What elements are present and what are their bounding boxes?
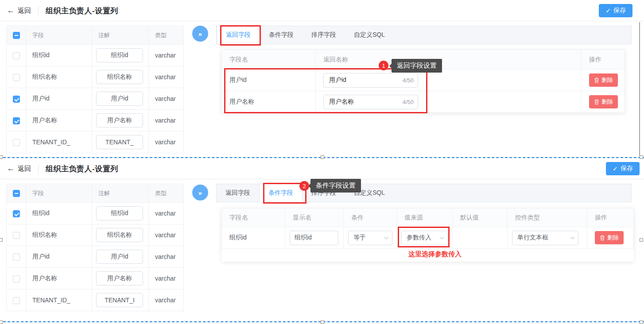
comment-input[interactable] — [96, 113, 143, 127]
comment-input[interactable] — [96, 228, 143, 242]
row-checkbox[interactable] — [13, 232, 20, 239]
marquee-handle[interactable] — [0, 155, 3, 159]
comment-input[interactable] — [96, 206, 143, 220]
col-header-value-source: 值来源 — [397, 208, 453, 227]
row-checkbox[interactable] — [13, 275, 20, 282]
delete-button[interactable]: 删除 — [589, 95, 618, 108]
tab-return-fields[interactable]: 返回字段 — [217, 184, 259, 202]
scrollbar[interactable] — [639, 22, 640, 156]
row-checkbox[interactable] — [13, 254, 20, 261]
chevron-down-icon — [570, 235, 575, 239]
field-type: varchar — [149, 45, 184, 66]
comment-input[interactable] — [96, 70, 143, 84]
callout-badge-1: 1 — [379, 61, 388, 70]
chevron-down-icon — [440, 235, 444, 239]
select-all-checkbox[interactable] — [13, 32, 20, 39]
tab-custom-sql[interactable]: 自定义SQL — [345, 26, 394, 44]
marquee-handle[interactable] — [0, 320, 3, 324]
tab-condition-fields[interactable]: 条件字段 — [260, 26, 303, 44]
row-checkbox[interactable] — [13, 117, 20, 124]
tooltip-condition-fields: 条件字段设置 — [310, 179, 361, 193]
col-header-action: 操作 — [582, 50, 625, 69]
marquee-handle[interactable] — [640, 155, 643, 159]
check-icon: ✓ — [605, 7, 611, 14]
col-header-control-type: 控件类型 — [508, 208, 587, 227]
col-header-comment: 注解 — [92, 26, 149, 45]
control-type-select[interactable]: 单行文本框 — [512, 231, 578, 245]
col-header-field-name: 字段名 — [222, 50, 316, 69]
marquee-handle[interactable] — [640, 238, 643, 242]
tab-sort-fields[interactable]: 排序字段 — [303, 26, 345, 44]
field-name: 组织名称 — [26, 66, 92, 88]
annotation-note: 这里选择参数传入 — [408, 250, 634, 258]
value-source-select[interactable]: 参数传入 — [401, 231, 448, 245]
back-button[interactable]: ← 返回 — [7, 0, 31, 21]
field-name: 组织id — [26, 45, 92, 66]
table-row: 组织id 等于 参数传入 单行文本框 — [222, 227, 634, 249]
delete-label: 删除 — [601, 76, 613, 84]
save-button[interactable]: ✓ 保存 — [606, 162, 640, 175]
table-row: 用户名称 4/50 删除 — [222, 91, 625, 113]
row-checkbox[interactable] — [13, 297, 20, 304]
comment-input[interactable] — [96, 250, 143, 264]
field-name: TENANT_ID_ — [26, 289, 92, 311]
field-name: 组织id — [26, 203, 92, 224]
delete-button[interactable]: 删除 — [589, 73, 618, 87]
trash-icon — [594, 99, 599, 105]
fields-table-card: 字段 注解 类型 组织id varchar 组织名称 varchar 用户id — [6, 184, 184, 311]
select-all-checkbox[interactable] — [13, 190, 20, 197]
comment-input[interactable] — [96, 293, 143, 307]
double-chevron-right-icon: » — [198, 189, 202, 197]
default-value-cell — [453, 227, 508, 249]
table-row: 用户id varchar — [7, 246, 184, 268]
tooltip-return-fields: 返回字段设置 — [392, 59, 442, 73]
tooltip-label: 返回字段设置 — [397, 62, 437, 70]
col-header-default: 默认值 — [453, 208, 508, 227]
back-label: 返回 — [18, 7, 31, 15]
tab-bar: 返回字段 条件字段 排序字段 自定义SQL — [216, 26, 632, 44]
col-header-comment: 注解 — [92, 184, 149, 203]
comment-input[interactable] — [96, 271, 143, 285]
save-button[interactable]: ✓ 保存 — [599, 4, 632, 17]
comment-input[interactable] — [96, 48, 143, 62]
expand-panel-button[interactable]: » — [192, 185, 208, 201]
col-header-condition: 条件 — [344, 208, 397, 227]
condition-select[interactable]: 等于 — [348, 231, 392, 245]
field-type: varchar — [149, 110, 184, 131]
marquee-handle[interactable] — [321, 320, 324, 324]
comment-input[interactable] — [96, 135, 143, 149]
expand-panel-button[interactable]: » — [192, 26, 208, 42]
page-header: ← 返回 组织主负责人-设置列 ✓ 保存 — [0, 0, 644, 21]
table-row: 用户id varchar — [7, 88, 184, 110]
row-checkbox[interactable] — [13, 74, 20, 81]
marquee-handle[interactable] — [0, 238, 3, 242]
back-button[interactable]: ← 返回 — [7, 158, 31, 179]
tab-return-fields[interactable]: 返回字段 — [217, 26, 260, 44]
col-header-field: 字段 — [26, 26, 92, 45]
field-name: 用户id — [26, 246, 92, 268]
col-header-display-name: 显示名 — [285, 208, 344, 227]
tab-condition-fields[interactable]: 条件字段 — [259, 184, 303, 202]
check-icon: ✓ — [613, 165, 618, 172]
row-checkbox[interactable] — [13, 96, 20, 103]
marquee-handle[interactable] — [640, 320, 643, 324]
field-name: 组织id — [222, 227, 285, 249]
save-label: 保存 — [613, 7, 626, 15]
display-name-input[interactable] — [290, 231, 338, 245]
row-checkbox[interactable] — [13, 139, 20, 146]
table-row: 组织id varchar — [7, 45, 184, 66]
row-checkbox[interactable] — [13, 52, 20, 59]
tooltip-label: 条件字段设置 — [316, 181, 356, 190]
marquee-handle[interactable] — [321, 155, 324, 159]
field-type: varchar — [149, 289, 184, 311]
trash-icon — [594, 77, 599, 83]
col-header-return-name: 返回名称 — [316, 50, 582, 69]
row-checkbox[interactable] — [13, 210, 20, 217]
comment-input[interactable] — [96, 92, 143, 106]
delete-button[interactable]: 删除 — [595, 231, 624, 244]
field-name: 用户id — [26, 88, 92, 110]
table-header-row: 字段 注解 类型 — [7, 26, 184, 45]
field-name: 组织名称 — [26, 224, 92, 246]
field-type: varchar — [149, 131, 184, 153]
table-row: 用户名称 varchar — [7, 110, 184, 131]
